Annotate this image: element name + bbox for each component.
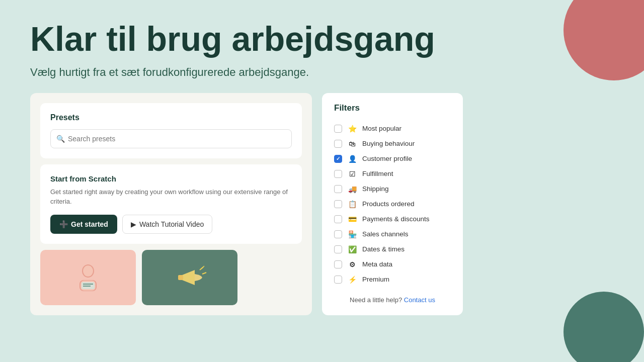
scratch-description: Get started right away by creating your … [50,187,292,207]
page-subtitle: Vælg hurtigt fra et sæt forudkonfigurere… [30,66,614,79]
svg-line-10 [201,266,204,269]
filter-item-premium[interactable]: ⚡Premium [334,272,451,287]
play-icon: ▶ [131,220,136,228]
filter-label-most-popular: Most popular [362,125,401,132]
filter-label-meta-data: Meta data [362,260,392,268]
svg-line-9 [202,273,206,274]
filter-icon-payments-discounts: 💳 [347,214,357,224]
filter-icon-shipping: 🚚 [347,184,357,194]
filter-icon-sales-channels: 🏪 [347,229,357,239]
filter-list: ⭐Most popular🛍Buying behaviour👤Customer … [334,121,451,287]
search-icon: 🔍 [56,135,65,143]
filter-label-dates-times: Dates & times [362,245,405,253]
filter-label-customer-profile: Customer profile [362,155,412,162]
svg-rect-7 [178,275,183,280]
contact-us-link[interactable]: Contact us [404,296,435,304]
help-text: Need a little help? [350,296,402,304]
filter-item-products-ordered[interactable]: 📋Products ordered [334,197,451,212]
filter-item-most-popular[interactable]: ⭐Most popular [334,121,451,136]
get-started-label: Get started [71,220,108,228]
filter-label-buying-behaviour: Buying behaviour [362,140,415,147]
filter-label-shipping: Shipping [362,185,389,193]
filter-icon-customer-profile: 👤 [347,154,357,164]
filter-checkbox-sales-channels[interactable] [334,230,342,238]
filter-checkbox-dates-times[interactable] [334,245,342,253]
filter-checkbox-shipping[interactable] [334,185,342,193]
filters-panel: Filters ⭐Most popular🛍Buying behaviour👤C… [322,93,463,315]
filter-icon-most-popular: ⭐ [347,124,357,134]
get-started-button[interactable]: ➕ Get started [50,215,117,234]
filters-title: Filters [334,103,451,113]
filter-label-sales-channels: Sales channels [362,230,409,238]
filter-checkbox-customer-profile[interactable] [334,155,342,163]
filter-checkbox-fulfillment[interactable] [334,170,342,178]
filter-icon-products-ordered: 📋 [347,199,357,209]
filter-icon-buying-behaviour: 🛍 [347,139,357,149]
filter-checkbox-meta-data[interactable] [334,260,342,268]
filter-icon-premium: ⚡ [347,275,357,285]
scratch-title: Start from Scratch [50,174,292,183]
help-row: Need a little help? Contact us [334,296,451,304]
svg-rect-4 [82,282,95,289]
thumbnail-megaphone[interactable] [142,250,237,305]
filter-label-fulfillment: Fulfillment [362,170,393,177]
megaphone-3d-icon [172,260,207,295]
person-3d-icon [70,260,106,295]
filter-checkbox-products-ordered[interactable] [334,200,342,208]
watch-tutorial-label: Watch Tutorial Video [139,220,204,228]
filter-icon-meta-data: ⚙ [347,259,357,269]
filter-checkbox-buying-behaviour[interactable] [334,140,342,148]
filter-icon-fulfillment: ☑ [347,169,357,179]
filter-item-meta-data[interactable]: ⚙Meta data [334,257,451,272]
filter-label-premium: Premium [362,276,389,283]
filter-item-buying-behaviour[interactable]: 🛍Buying behaviour [334,136,451,151]
filter-icon-dates-times: ✅ [347,244,357,254]
filter-item-fulfillment[interactable]: ☑Fulfillment [334,166,451,182]
page-title: Klar til brug arbejdsgang [30,20,614,58]
filter-item-customer-profile[interactable]: 👤Customer profile [334,151,451,166]
filter-checkbox-premium[interactable] [334,276,342,284]
filter-item-dates-times[interactable]: ✅Dates & times [334,242,451,257]
filter-item-sales-channels[interactable]: 🏪Sales channels [334,227,451,242]
scratch-section: Start from Scratch Get started right awa… [40,164,302,244]
presets-title: Presets [50,113,292,122]
search-input[interactable] [50,129,292,148]
presets-panel: Presets 🔍 Start from Scratch Get started… [30,93,312,315]
thumbnail-person[interactable] [40,250,136,305]
watch-tutorial-button[interactable]: ▶ Watch Tutorial Video [122,215,212,234]
filter-item-shipping[interactable]: 🚚Shipping [334,182,451,197]
plus-icon: ➕ [59,220,68,228]
filter-label-payments-discounts: Payments & discounts [362,215,430,223]
filter-checkbox-payments-discounts[interactable] [334,215,342,223]
thumbnail-row [40,250,302,305]
filter-item-payments-discounts[interactable]: 💳Payments & discounts [334,212,451,227]
search-section: Presets 🔍 [40,103,302,158]
filter-checkbox-most-popular[interactable] [334,125,342,133]
svg-point-1 [83,265,93,277]
filter-label-products-ordered: Products ordered [362,200,415,208]
